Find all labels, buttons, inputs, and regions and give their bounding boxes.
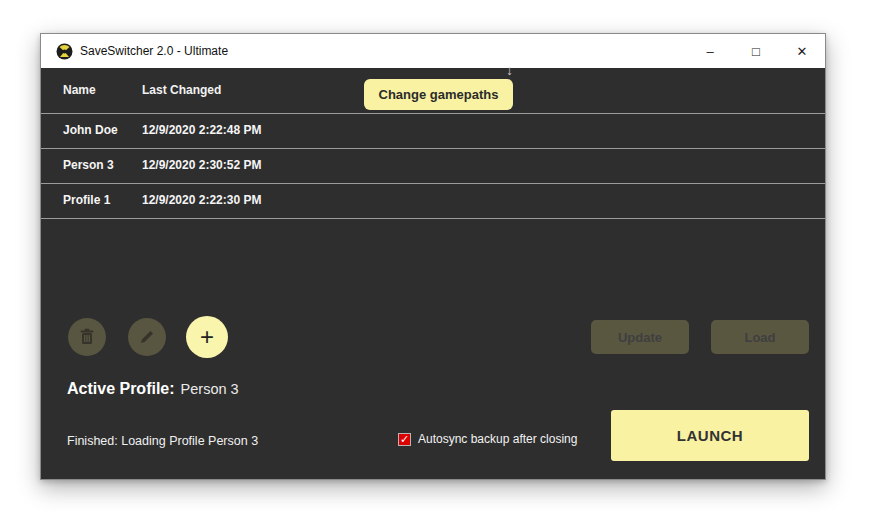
table-row[interactable]: Person 3 12/9/2020 2:30:52 PM — [41, 149, 825, 184]
profile-last-changed: 12/9/2020 2:22:48 PM — [142, 123, 261, 137]
status-message: Finished: Loading Profile Person 3 — [67, 434, 258, 448]
pencil-icon — [139, 329, 155, 345]
profile-last-changed: 12/9/2020 2:22:30 PM — [142, 193, 261, 207]
window-title: SaveSwitcher 2.0 - Ultimate — [80, 44, 687, 58]
close-button[interactable]: ✕ — [779, 34, 825, 68]
plus-icon: + — [200, 325, 214, 349]
table-header: Name Last Changed Change gamepaths ↓ — [41, 69, 825, 114]
table-row[interactable]: Profile 1 12/9/2020 2:22:30 PM — [41, 184, 825, 219]
profile-name: Person 3 — [63, 158, 114, 172]
profile-name: John Doe — [63, 123, 118, 137]
table-row[interactable]: John Doe 12/9/2020 2:22:48 PM — [41, 114, 825, 149]
column-header-last-changed: Last Changed — [142, 83, 221, 97]
active-profile: Active Profile:Person 3 — [67, 380, 239, 398]
autosync-label: Autosync backup after closing — [418, 432, 577, 446]
profile-name: Profile 1 — [63, 193, 110, 207]
titlebar: SaveSwitcher 2.0 - Ultimate – □ ✕ — [41, 34, 825, 69]
checkmark-icon: ✓ — [400, 434, 409, 445]
delete-profile-button[interactable] — [68, 318, 106, 356]
update-button[interactable]: Update — [591, 320, 689, 354]
autosync-checkbox-group[interactable]: ✓ Autosync backup after closing — [398, 432, 577, 446]
window-controls: – □ ✕ — [687, 34, 825, 68]
autosync-checkbox[interactable]: ✓ — [398, 433, 411, 446]
window-content: Name Last Changed Change gamepaths ↓ Joh… — [41, 69, 825, 219]
trash-icon — [79, 328, 95, 346]
active-profile-value: Person 3 — [181, 381, 239, 397]
column-header-name: Name — [63, 83, 96, 97]
change-gamepaths-button[interactable]: Change gamepaths — [364, 79, 513, 110]
profile-last-changed: 12/9/2020 2:30:52 PM — [142, 158, 261, 172]
app-logo-icon — [56, 43, 73, 60]
launch-button[interactable]: LAUNCH — [611, 410, 809, 461]
maximize-button[interactable]: □ — [733, 34, 779, 68]
app-window: SaveSwitcher 2.0 - Ultimate – □ ✕ Name L… — [40, 33, 826, 480]
add-profile-button[interactable]: + — [186, 316, 228, 358]
edit-profile-button[interactable] — [128, 318, 166, 356]
minimize-button[interactable]: – — [687, 34, 733, 68]
load-button[interactable]: Load — [711, 320, 809, 354]
active-profile-label: Active Profile: — [67, 380, 175, 397]
